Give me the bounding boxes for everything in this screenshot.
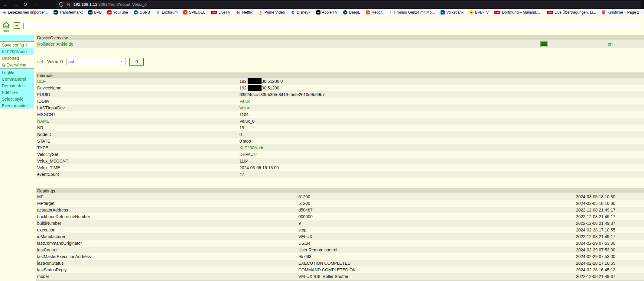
bookmark-item[interactable]: BBVB-TV xyxy=(469,10,489,15)
set-device-name: Velux_0 xyxy=(47,57,63,66)
bookmark-item[interactable]: VVolksbank xyxy=(441,10,463,15)
sidebar-item-event-monitor[interactable]: Event monitor xyxy=(0,102,34,109)
sidebar-room-label[interactable]: Unsorted xyxy=(2,56,19,61)
save-config-help-link[interactable]: ? xyxy=(25,43,28,47)
sidebar-item-label[interactable]: Edit files xyxy=(2,90,18,95)
bookmark-label: DeepL xyxy=(349,10,360,15)
reading-name: execution xyxy=(36,228,55,232)
reading-timestamp: 2024-02-28 17:10:55 xyxy=(576,227,615,233)
sidebar-item-label[interactable]: Commandref xyxy=(2,77,26,82)
reading-row-ioManufacturer: ioManufacturerVELUX2022-12-08 21:49:17 xyxy=(36,233,644,240)
readings-title: Readings xyxy=(37,189,55,193)
chevron-down-icon: ⌄ xyxy=(120,57,123,64)
bookmark-label: LiveTV xyxy=(219,10,230,15)
url-bar[interactable]: 192.168.1.13:8083/fhem?detail=Velux_0 xyxy=(56,1,641,8)
internal-value-link[interactable]: Velux xyxy=(239,99,250,104)
sidebar-room-unsorted[interactable]: Unsorted xyxy=(0,55,34,62)
reading-value: 51200 xyxy=(298,200,310,207)
internal-value: 0 stop xyxy=(239,139,251,144)
sidebar-item-label[interactable]: Remote doc xyxy=(2,83,24,88)
bookmark-label: Dortmund – Mailand. ... xyxy=(502,10,541,15)
set-value-input[interactable] xyxy=(129,58,144,66)
save-config-link[interactable]: Save config xyxy=(2,43,24,47)
youtube-icon: ▶ xyxy=(107,10,112,15)
set-command-select[interactable]: pct ⌄ xyxy=(67,58,125,65)
bookmark-item[interactable]: LIVEDortmund – Mailand. ... xyxy=(494,10,541,15)
bookmark-item[interactable]: ➤DeepL xyxy=(343,10,360,15)
bookmark-item[interactable]: ⇧Fronius Gen24 mit Mo... xyxy=(388,10,435,15)
sidebar-room-label[interactable]: Everything xyxy=(6,63,26,67)
sidebar-item-label[interactable]: Event monitor xyxy=(2,103,28,108)
internal-value-link[interactable]: Velux xyxy=(239,105,250,110)
live-badge-icon: LIVE xyxy=(494,11,500,14)
sidebar-item-remote-doc[interactable]: Remote doc xyxy=(0,82,34,89)
set-keyword: set xyxy=(37,57,43,66)
sidebar-item-label[interactable]: Select style xyxy=(2,97,24,102)
sidebar-room-klf200node[interactable]: KLF200Node xyxy=(0,48,34,55)
sidebar-item-label[interactable]: Logfile xyxy=(2,70,14,75)
internal-key-link[interactable]: NAME xyxy=(37,119,49,124)
bookmark-item[interactable]: Kinofilme » Page 2 » ... xyxy=(602,10,644,15)
reading-row-lastCommandOriginator: lastCommandOriginatorUSER2024-02-29 07:5… xyxy=(36,240,644,247)
bookmark-item[interactable]: ⇥Lesezeichen importier... xyxy=(2,10,48,15)
sidebar-menu: LogfileCommandrefRemote docEdit filesSel… xyxy=(0,69,34,109)
bookmark-item[interactable]: ▶YouTube xyxy=(107,10,128,15)
reading-timestamp: 2024-02-29 07:53:00 xyxy=(576,240,615,247)
internal-key: STATE xyxy=(37,139,50,144)
bookmark-item[interactable]: tmTransfermarkt xyxy=(54,10,83,15)
internal-value: 192.30:51200 xyxy=(239,86,279,90)
sidebar-item-logfile[interactable]: Logfile xyxy=(0,69,34,76)
bookmark-item[interactable]: LIVELive Übertragungen, Li... xyxy=(547,10,596,15)
reading-row-backboneReferenceNumber: backboneReferenceNumber0000002022-12-08 … xyxy=(36,213,644,220)
internal-value-link[interactable]: KLF200Node xyxy=(239,145,265,150)
bookmark-item[interactable]: ÐDisney+ xyxy=(291,10,311,15)
reading-row-lastRunStatus: lastRunStatusEXECUTION COMPLETED2024-02-… xyxy=(36,260,644,266)
bookmark-item[interactable]: tmBVB xyxy=(88,10,102,15)
reading-row-lastMasterExecutionAddress: lastMasterExecutionAddress9b76f32024-02-… xyxy=(36,253,644,260)
sidebar-room-everything[interactable]: Everything xyxy=(0,62,34,68)
sidebar-room-label[interactable]: KLF200Node xyxy=(2,49,27,54)
fronius-icon: ⇧ xyxy=(388,10,393,15)
bookmark-item[interactable]: NNetflix xyxy=(236,10,253,15)
fhem-logo[interactable]: FHEM xyxy=(2,22,11,32)
shutter-icon[interactable] xyxy=(540,41,548,47)
reading-timestamp: 2024-02-29 07:53:00 xyxy=(576,253,615,260)
bookmark-label: Netflix xyxy=(242,10,253,15)
internal-value: 63924dcc-f33f-b305-8419-f5efe2610d9b69b7 xyxy=(239,92,325,97)
home-icon[interactable]: ⌂ xyxy=(31,2,41,7)
fhem-logo-label: FHEM xyxy=(2,30,11,32)
volksbank-icon: V xyxy=(441,10,445,15)
bookmark-item[interactable]: tvApple TV xyxy=(316,10,337,15)
add-device-button[interactable]: + xyxy=(14,22,20,29)
bookmark-label: Fronius Gen24 mit Mo... xyxy=(394,10,435,15)
internal-key-link[interactable]: DEF xyxy=(37,79,46,84)
sidebar-save-config: Save config ? xyxy=(0,41,34,48)
bookmark-item[interactable]: ★GSPB xyxy=(134,10,150,15)
sidebar-item-select-style[interactable]: Select style xyxy=(0,96,34,102)
device-overview-header: DeviceOverview xyxy=(36,35,644,40)
reading-value: EXECUTION COMPLETED xyxy=(298,260,351,266)
redaction-box xyxy=(248,85,262,91)
internal-value: 19 xyxy=(239,125,244,130)
sidebar-item-commandref[interactable]: Commandref xyxy=(0,76,34,82)
readings-header: Readings xyxy=(36,188,644,194)
forward-icon[interactable]: → xyxy=(10,2,21,7)
bookmark-item[interactable]: LIVELiveTV xyxy=(211,10,230,15)
bookmark-item[interactable]: ⇧Loxforum xyxy=(156,10,177,15)
bookmark-label: BVB-TV xyxy=(475,10,489,15)
command-input[interactable] xyxy=(23,23,642,29)
sidebar-empty-room[interactable] xyxy=(0,35,34,41)
bookmark-item[interactable]: aPrime Video xyxy=(258,10,285,15)
internal-row-MSGCNT: MSGCNT1104 xyxy=(36,111,644,118)
shield-icon[interactable] xyxy=(59,2,63,7)
back-icon[interactable]: ← xyxy=(0,2,10,7)
screen: ← → ⟳ ⌂ 192.168.1.13:8083/fhem?detail=Ve… xyxy=(0,0,644,281)
bookmark-item[interactable]: ʘReddit xyxy=(366,10,382,15)
bookmark-item[interactable]: SSPIEGEL xyxy=(183,10,205,15)
reload-icon[interactable]: ⟳ xyxy=(21,2,31,7)
sidebar-item-edit-files[interactable]: Edit files xyxy=(0,89,34,96)
reading-timestamp: 2022-12-08 21:49:17 xyxy=(576,213,615,220)
reading-name: ioManufacturer xyxy=(36,234,65,239)
bookmark-label: SPIEGEL xyxy=(189,10,205,15)
internal-value: Velux_0 xyxy=(239,119,255,124)
